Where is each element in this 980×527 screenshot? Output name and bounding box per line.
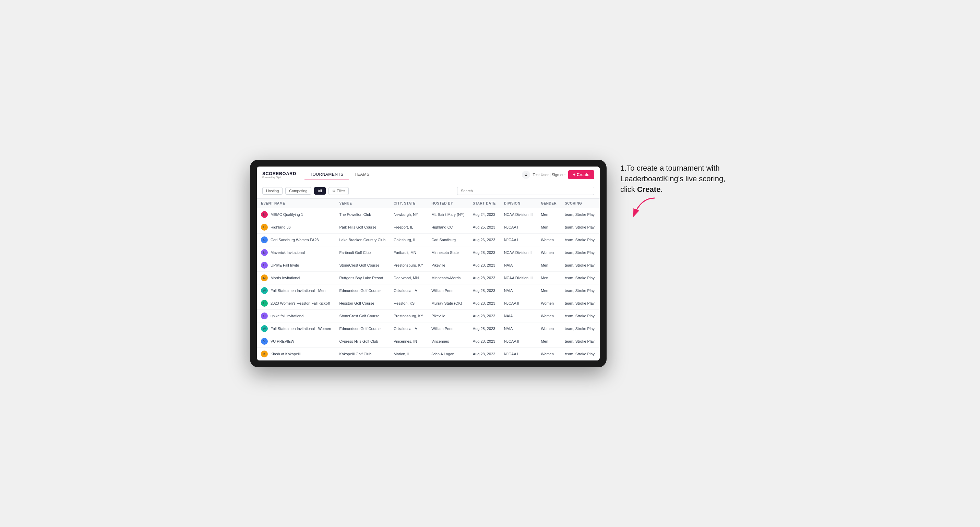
tab-teams[interactable]: TEAMS	[349, 169, 375, 180]
cell-event-name-5: M Morris Invitational	[257, 272, 335, 284]
cell-date-3: Aug 28, 2023	[469, 246, 500, 259]
create-button[interactable]: + Create	[568, 170, 594, 179]
cell-actions-7: ✎ Edit	[599, 297, 600, 310]
cell-division-1: NJCAA I	[500, 221, 537, 234]
cell-city-7: Hesston, KS	[390, 297, 427, 310]
cell-gender-7: Women	[537, 297, 561, 310]
nav-tabs: TOURNAMENTS TEAMS	[304, 169, 522, 180]
cell-scoring-0: team, Stroke Play	[561, 208, 599, 221]
cell-gender-6: Men	[537, 284, 561, 297]
cell-scoring-6: team, Stroke Play	[561, 284, 599, 297]
cell-venue-2: Lake Bracken Country Club	[335, 234, 390, 246]
cell-venue-11: Kokopelli Golf Club	[335, 348, 390, 360]
cell-actions-8: ✎ Edit	[599, 310, 600, 322]
col-event-name: EVENT NAME	[257, 199, 335, 208]
cell-event-name-7: H 2023 Women's Hesston Fall Kickoff	[257, 297, 335, 310]
cell-event-name-3: M Maverick Invitational	[257, 246, 335, 259]
cell-division-0: NCAA Division III	[500, 208, 537, 221]
outer-wrapper: SCOREBOARD Powered by Clipit TOURNAMENTS…	[250, 160, 730, 367]
cell-gender-4: Men	[537, 259, 561, 272]
cell-actions-3: ✎ Edit	[599, 246, 600, 259]
cell-scoring-9: team, Stroke Play	[561, 322, 599, 335]
cell-division-8: NAIA	[500, 310, 537, 322]
team-logo-11: K	[261, 351, 268, 357]
cell-date-9: Aug 28, 2023	[469, 322, 500, 335]
table-row: M Maverick Invitational Faribault Golf C…	[257, 246, 600, 259]
cell-gender-1: Men	[537, 221, 561, 234]
col-start-date: START DATE	[469, 199, 500, 208]
cell-venue-6: Edmundson Golf Course	[335, 284, 390, 297]
all-filter-btn[interactable]: All	[314, 187, 326, 195]
cell-venue-10: Cypress Hills Golf Club	[335, 335, 390, 348]
nav-right: ⚙ Test User | Sign out + Create	[522, 170, 595, 179]
cell-venue-4: StoneCrest Golf Course	[335, 259, 390, 272]
cell-actions-9: ✎ Edit	[599, 322, 600, 335]
cell-event-name-1: H Highland 36	[257, 221, 335, 234]
col-city-state: CITY, STATE	[390, 199, 427, 208]
team-logo-3: M	[261, 249, 268, 256]
cell-hosted-6: William Penn	[427, 284, 469, 297]
cell-hosted-7: Murray State (OK)	[427, 297, 469, 310]
event-name-text-9: Fall Statesmen Invitational - Women	[270, 327, 331, 331]
tournaments-table: EVENT NAME VENUE CITY, STATE HOSTED BY S…	[257, 199, 600, 360]
cell-city-1: Freeport, IL	[390, 221, 427, 234]
cell-venue-1: Park Hills Golf Course	[335, 221, 390, 234]
tab-tournaments[interactable]: TOURNAMENTS	[304, 169, 349, 180]
cell-division-5: NCAA Division III	[500, 272, 537, 284]
cell-city-10: Vincennes, IN	[390, 335, 427, 348]
search-input[interactable]	[457, 187, 594, 195]
cell-actions-5: ✎ Edit	[599, 272, 600, 284]
cell-venue-5: Ruttger's Bay Lake Resort	[335, 272, 390, 284]
event-name-text-8: upike fall invitational	[270, 314, 304, 318]
filter-icon-btn[interactable]: ⚙ Filter	[328, 187, 349, 195]
cell-city-11: Marion, IL	[390, 348, 427, 360]
team-logo-5: M	[261, 275, 268, 281]
tablet-screen: SCOREBOARD Powered by Clipit TOURNAMENTS…	[257, 167, 600, 360]
cell-date-7: Aug 28, 2023	[469, 297, 500, 310]
logo-area: SCOREBOARD Powered by Clipit	[262, 171, 296, 179]
cell-gender-5: Men	[537, 272, 561, 284]
cell-city-4: Prestonsburg, KY	[390, 259, 427, 272]
event-name-text-5: Morris Invitational	[270, 276, 300, 280]
cell-actions-11: ✎ Edit	[599, 348, 600, 360]
team-logo-0: M	[261, 211, 268, 218]
cell-division-7: NJCAA II	[500, 297, 537, 310]
cell-hosted-11: John A Logan	[427, 348, 469, 360]
cell-city-8: Prestonsburg, KY	[390, 310, 427, 322]
arrow-icon	[620, 195, 662, 222]
table-row: M MSMC Qualifying 1 The Powelton Club Ne…	[257, 208, 600, 221]
cell-venue-3: Faribault Golf Club	[335, 246, 390, 259]
team-logo-10: V	[261, 338, 268, 345]
team-logo-7: H	[261, 300, 268, 307]
col-hosted-by: HOSTED BY	[427, 199, 469, 208]
cell-division-4: NAIA	[500, 259, 537, 272]
cell-city-6: Oskaloosa, IA	[390, 284, 427, 297]
event-name-text-3: Maverick Invitational	[270, 251, 305, 255]
cell-venue-0: The Powelton Club	[335, 208, 390, 221]
event-name-text-2: Carl Sandburg Women FA23	[270, 238, 318, 242]
event-name-text-0: MSMC Qualifying 1	[270, 213, 303, 217]
team-logo-4: U	[261, 262, 268, 269]
team-logo-9: W	[261, 325, 268, 332]
cell-division-10: NJCAA II	[500, 335, 537, 348]
cell-scoring-11: team, Stroke Play	[561, 348, 599, 360]
table-row: H Highland 36 Park Hills Golf Course Fre…	[257, 221, 600, 234]
cell-city-9: Oskaloosa, IA	[390, 322, 427, 335]
competing-filter-btn[interactable]: Competing	[285, 187, 311, 195]
cell-hosted-1: Highland CC	[427, 221, 469, 234]
cell-gender-2: Women	[537, 234, 561, 246]
settings-icon[interactable]: ⚙	[522, 171, 530, 179]
event-name-text-1: Highland 36	[270, 225, 291, 229]
cell-city-3: Faribault, MN	[390, 246, 427, 259]
cell-hosted-5: Minnesota-Morris	[427, 272, 469, 284]
cell-date-11: Aug 28, 2023	[469, 348, 500, 360]
cell-event-name-2: C Carl Sandburg Women FA23	[257, 234, 335, 246]
instruction-text: 1.To create a tournament with Leaderboar…	[620, 163, 730, 195]
hosting-filter-btn[interactable]: Hosting	[262, 187, 283, 195]
table-row: V VU PREVIEW Cypress Hills Golf Club Vin…	[257, 335, 600, 348]
cell-actions-6: ✎ Edit	[599, 284, 600, 297]
cell-hosted-10: Vincennes	[427, 335, 469, 348]
cell-scoring-8: team, Stroke Play	[561, 310, 599, 322]
cell-scoring-2: team, Stroke Play	[561, 234, 599, 246]
cell-actions-10: ✎ Edit	[599, 335, 600, 348]
